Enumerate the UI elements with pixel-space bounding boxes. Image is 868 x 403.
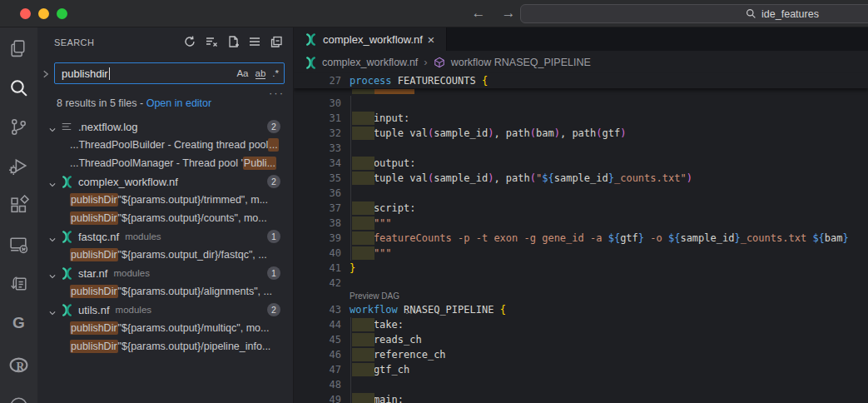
code-line[interactable]: 38 """ [294,216,868,231]
code-editor[interactable]: 3031 input:32 tuple val(sample_id), path… [294,73,868,403]
chevron-down-icon[interactable] [48,177,57,186]
result-file-row[interactable]: utils.nfmodules2 [37,301,293,319]
remote-explorer-icon[interactable] [8,234,29,255]
references-icon[interactable] [8,273,29,294]
match-text: ...ThreadPoolBuilder - Creating thread p… [70,139,268,151]
line-number: 34 [294,156,341,171]
match-text: "${params.output}/pipeline_info... [118,341,271,352]
close-window-button[interactable] [20,8,31,19]
code-line[interactable]: 36 [294,186,868,201]
line-number: 35 [294,171,341,186]
code-line[interactable]: 31 input: [294,111,868,126]
toggle-replace-chevron-icon[interactable] [41,67,51,77]
match-count-badge: 2 [267,303,280,316]
match-case-toggle[interactable]: Aa [236,68,248,78]
result-match-row[interactable]: publishDir "${params.output}/multiqc", m… [37,319,293,337]
code-text: input: [350,111,868,126]
result-match-row[interactable]: ...ThreadPoolBuilder - Creating thread p… [37,136,293,154]
code-line[interactable]: 35 tuple val(sample_id), path("${sample_… [294,171,868,186]
maximize-window-button[interactable] [57,8,67,19]
code-line[interactable]: 45 reads_ch [294,332,868,347]
code-line[interactable]: 43workflow RNASEQ_PIPELINE { [294,302,868,317]
refresh-icon[interactable] [183,35,196,48]
result-match-row[interactable]: publishDir "${params.output}/pipeline_in… [37,337,293,356]
tab-complex-workflow[interactable]: complex_workflow.nf × [294,27,447,51]
search-results-tree: .nextflow.log2...ThreadPoolBuilder - Cre… [37,117,293,356]
line-number: 46 [294,347,341,362]
chevron-down-icon[interactable] [48,232,57,241]
file-name: .nextflow.log [78,121,138,133]
account-icon[interactable] [8,394,29,403]
breadcrumb-symbol[interactable]: workflow RNASEQ_PIPELINE [451,57,591,68]
code-line[interactable]: 47 gtf_ch [294,362,868,377]
result-file-row[interactable]: fastqc.nfmodules1 [37,227,293,246]
r-language-icon[interactable]: R [8,356,29,376]
code-line[interactable]: 33 [294,141,868,156]
code-line[interactable]: 39 featureCounts -p -t exon -g gene_id -… [294,231,868,246]
match-highlight: publishDir [70,248,118,261]
match-count-badge: 2 [267,175,280,188]
search-view-icon[interactable] [8,77,29,98]
symbol-cube-icon [434,57,445,68]
code-line[interactable]: 40 """ [294,246,868,261]
code-line[interactable]: 41} [294,261,868,276]
toggle-search-details-button[interactable]: ··· [269,89,285,97]
result-file-row[interactable]: .nextflow.log2 [37,117,293,136]
file-name: fastqc.nf [78,231,119,243]
code-line[interactable]: 30 [294,96,868,111]
code-line[interactable]: 49 main: [294,392,868,403]
code-line[interactable]: 32 tuple val(sample_id), path(bam), path… [294,126,868,141]
navigate-forward-button[interactable]: → [498,2,519,24]
code-text: process FEATURECOUNTS { [350,73,868,88]
code-line[interactable]: 34 output: [294,156,868,171]
command-center-search[interactable]: ide_features [520,4,868,23]
code-line[interactable]: 44 take: [294,317,868,332]
code-line[interactable]: 37 script: [294,201,868,216]
explorer-icon[interactable] [8,38,29,59]
match-highlight: Publi... [243,157,276,170]
result-match-row[interactable]: ...ThreadPoolManager - Thread pool 'Publ… [37,154,293,172]
open-new-search-editor-icon[interactable] [226,35,240,48]
code-line[interactable]: 46 reference_ch [294,347,868,362]
extensions-icon[interactable] [8,195,29,216]
run-and-debug-icon[interactable] [8,156,29,177]
minimize-window-button[interactable] [38,8,49,19]
breadcrumb-file[interactable]: complex_workflow.nf [322,57,418,68]
close-tab-icon[interactable]: × [424,32,438,47]
code-text: } [350,261,868,276]
sticky-scroll-line[interactable]: 27process FEATURECOUNTS { [294,73,868,88]
breadcrumb: complex_workflow.nf › workflow RNASEQ_PI… [294,51,868,73]
match-text: ...ThreadPoolManager - Thread pool ' [70,157,243,169]
search-input[interactable]: publishdir Aa ab .* [54,62,285,84]
sidebar-title: SEARCH [54,37,94,47]
line-number: 44 [294,317,341,332]
chevron-down-icon[interactable] [48,306,57,314]
result-match-row[interactable]: publishDir "${params.output}/trimmed", m… [37,191,293,209]
view-as-list-icon[interactable] [248,35,261,48]
navigate-back-button[interactable]: ← [468,2,489,24]
result-match-row[interactable]: publishDir "${params.output_dir}/fastqc"… [37,246,293,264]
code-line[interactable]: 48 [294,377,868,392]
codelens-preview-dag[interactable]: Preview DAG [350,291,868,302]
file-folder-description: modules [125,231,161,241]
result-file-row[interactable]: star.nfmodules1 [37,264,293,282]
result-match-row[interactable]: publishDir "${params.output}/alignments"… [37,282,293,301]
chevron-down-icon[interactable] [48,122,57,131]
file-folder-description: modules [113,268,149,278]
clear-search-results-icon[interactable] [205,35,218,48]
code-line[interactable]: 42 [294,276,868,291]
result-file-row[interactable]: complex_workflow.nf2 [37,172,293,191]
source-control-icon[interactable] [8,117,29,137]
whole-word-toggle[interactable]: ab [255,68,266,79]
regex-toggle[interactable]: .* [272,68,279,78]
result-match-row[interactable]: publishDir "${params.output}/counts", mo… [37,209,293,227]
open-in-editor-link[interactable]: Open in editor [146,97,212,109]
collapse-all-icon[interactable] [270,35,283,48]
code-line[interactable]: 27process FEATURECOUNTS { [294,73,868,88]
line-number: 33 [294,141,341,156]
gitlens-icon[interactable]: G [8,312,29,333]
chevron-down-icon[interactable] [48,269,57,277]
code-text: tuple val(sample_id), path("${sample_id}… [350,171,868,186]
line-number: 48 [294,377,341,392]
match-text: "${params.output}/multiqc", mo... [118,322,270,334]
